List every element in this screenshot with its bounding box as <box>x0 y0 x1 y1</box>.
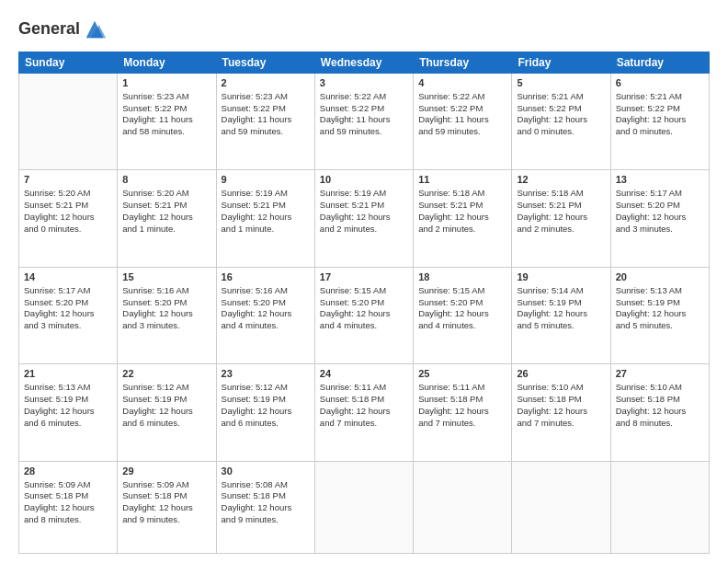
calendar-cell: 9Sunrise: 5:19 AMSunset: 5:21 PMDaylight… <box>216 170 314 267</box>
day-info-line: Sunset: 5:21 PM <box>24 200 112 212</box>
day-info-line: and 1 minute. <box>122 224 210 236</box>
day-info-line: Sunrise: 5:16 AM <box>222 285 310 297</box>
day-info-line: and 8 minutes. <box>616 418 704 430</box>
day-number: 20 <box>616 270 704 284</box>
day-info-line: Daylight: 12 hours <box>122 212 210 224</box>
day-info-line: Sunset: 5:21 PM <box>320 200 408 212</box>
day-info-line: Sunrise: 5:15 AM <box>418 285 506 297</box>
day-info-line: Daylight: 12 hours <box>517 114 605 126</box>
day-info-line: and 0 minutes. <box>24 224 112 236</box>
day-info-line: and 4 minutes. <box>222 320 310 332</box>
weekday-header: Sunday <box>19 52 118 74</box>
day-info-line: and 2 minutes. <box>418 224 506 236</box>
page: General SundayMondayTuesdayWednesdayThur… <box>0 0 728 563</box>
day-number: 30 <box>222 465 310 478</box>
day-info-line: Sunset: 5:21 PM <box>418 200 506 212</box>
day-info-line: and 59 minutes. <box>320 126 408 138</box>
day-number: 2 <box>222 76 310 90</box>
calendar-header-row: SundayMondayTuesdayWednesdayThursdayFrid… <box>19 52 710 74</box>
day-info-line: Daylight: 12 hours <box>122 406 210 418</box>
day-number: 13 <box>616 173 704 187</box>
day-info-line: Sunrise: 5:20 AM <box>122 188 210 200</box>
calendar-cell: 22Sunrise: 5:12 AMSunset: 5:19 PMDayligh… <box>118 364 216 461</box>
calendar-cell <box>610 461 709 553</box>
day-info-line: Sunrise: 5:12 AM <box>222 382 310 394</box>
day-number: 26 <box>517 367 605 381</box>
calendar-cell: 5Sunrise: 5:21 AMSunset: 5:22 PMDaylight… <box>512 74 610 170</box>
day-info-line: Daylight: 12 hours <box>24 308 112 320</box>
day-info-line: and 5 minutes. <box>616 320 704 332</box>
day-info-line: Daylight: 12 hours <box>320 406 408 418</box>
header: General <box>18 17 710 42</box>
day-number: 7 <box>24 173 112 187</box>
day-info-line: Sunrise: 5:23 AM <box>222 91 310 103</box>
day-info-line: and 7 minutes. <box>320 418 408 430</box>
day-info-line: Daylight: 12 hours <box>616 308 704 320</box>
day-number: 6 <box>616 76 704 90</box>
weekday-header: Friday <box>512 52 610 74</box>
day-info-line: Daylight: 12 hours <box>418 212 506 224</box>
day-info-line: Sunset: 5:20 PM <box>418 297 506 309</box>
day-info-line: Sunset: 5:22 PM <box>222 103 310 115</box>
calendar-cell: 13Sunrise: 5:17 AMSunset: 5:20 PMDayligh… <box>610 170 709 267</box>
calendar-cell: 8Sunrise: 5:20 AMSunset: 5:21 PMDaylight… <box>118 170 216 267</box>
calendar-cell: 25Sunrise: 5:11 AMSunset: 5:18 PMDayligh… <box>414 364 512 461</box>
calendar-week-row: 28Sunrise: 5:09 AMSunset: 5:18 PMDayligh… <box>19 461 710 553</box>
day-number: 9 <box>222 173 310 187</box>
calendar: SundayMondayTuesdayWednesdayThursdayFrid… <box>18 52 710 554</box>
day-number: 24 <box>320 367 408 381</box>
day-info-line: and 6 minutes. <box>24 418 112 430</box>
day-info-line: Sunrise: 5:18 AM <box>517 188 605 200</box>
day-info-line: Sunset: 5:20 PM <box>24 297 112 309</box>
calendar-cell: 17Sunrise: 5:15 AMSunset: 5:20 PMDayligh… <box>314 267 413 363</box>
calendar-week-row: 14Sunrise: 5:17 AMSunset: 5:20 PMDayligh… <box>19 267 710 363</box>
calendar-cell: 24Sunrise: 5:11 AMSunset: 5:18 PMDayligh… <box>314 364 413 461</box>
day-info-line: Sunrise: 5:22 AM <box>418 91 506 103</box>
day-info-line: Daylight: 12 hours <box>24 502 112 514</box>
day-info-line: Daylight: 12 hours <box>320 212 408 224</box>
day-info-line: Sunset: 5:21 PM <box>517 200 605 212</box>
day-info-line: Daylight: 11 hours <box>122 114 210 126</box>
calendar-week-row: 21Sunrise: 5:13 AMSunset: 5:19 PMDayligh… <box>19 364 710 461</box>
day-info-line: Sunrise: 5:13 AM <box>24 382 112 394</box>
day-info-line: Sunrise: 5:21 AM <box>616 91 704 103</box>
day-info-line: Sunrise: 5:17 AM <box>616 188 704 200</box>
calendar-cell: 30Sunrise: 5:08 AMSunset: 5:18 PMDayligh… <box>216 461 314 553</box>
logo: General <box>18 17 108 42</box>
day-info-line: and 4 minutes. <box>320 320 408 332</box>
weekday-header: Thursday <box>414 52 512 74</box>
day-info-line: Daylight: 12 hours <box>616 212 704 224</box>
calendar-cell: 3Sunrise: 5:22 AMSunset: 5:22 PMDaylight… <box>314 74 413 170</box>
day-info-line: Daylight: 11 hours <box>222 114 310 126</box>
logo-text: General <box>18 20 80 39</box>
day-number: 4 <box>418 76 506 90</box>
day-info-line: Daylight: 12 hours <box>517 212 605 224</box>
day-info-line: and 59 minutes. <box>418 126 506 138</box>
day-info-line: Daylight: 12 hours <box>122 502 210 514</box>
day-info-line: Daylight: 12 hours <box>320 308 408 320</box>
day-number: 3 <box>320 76 408 90</box>
day-info-line: Sunset: 5:18 PM <box>222 490 310 502</box>
day-info-line: Sunset: 5:18 PM <box>122 490 210 502</box>
calendar-cell: 15Sunrise: 5:16 AMSunset: 5:20 PMDayligh… <box>118 267 216 363</box>
day-info-line: Sunrise: 5:11 AM <box>418 382 506 394</box>
calendar-cell: 10Sunrise: 5:19 AMSunset: 5:21 PMDayligh… <box>314 170 413 267</box>
day-info-line: Sunrise: 5:15 AM <box>320 285 408 297</box>
calendar-cell: 29Sunrise: 5:09 AMSunset: 5:18 PMDayligh… <box>118 461 216 553</box>
calendar-cell: 2Sunrise: 5:23 AMSunset: 5:22 PMDaylight… <box>216 74 314 170</box>
day-info-line: Daylight: 12 hours <box>517 308 605 320</box>
day-info-line: Sunset: 5:18 PM <box>24 490 112 502</box>
day-info-line: Sunset: 5:21 PM <box>122 200 210 212</box>
day-number: 11 <box>418 173 506 187</box>
day-info-line: Sunset: 5:18 PM <box>418 394 506 406</box>
day-info-line: Sunrise: 5:10 AM <box>616 382 704 394</box>
day-number: 1 <box>122 76 210 90</box>
day-info-line: Sunset: 5:19 PM <box>24 394 112 406</box>
day-info-line: Daylight: 12 hours <box>222 308 310 320</box>
day-info-line: and 7 minutes. <box>418 418 506 430</box>
day-info-line: Sunrise: 5:13 AM <box>616 285 704 297</box>
day-info-line: Sunrise: 5:17 AM <box>24 285 112 297</box>
day-number: 22 <box>122 367 210 381</box>
calendar-cell: 26Sunrise: 5:10 AMSunset: 5:18 PMDayligh… <box>512 364 610 461</box>
day-info-line: Sunrise: 5:21 AM <box>517 91 605 103</box>
